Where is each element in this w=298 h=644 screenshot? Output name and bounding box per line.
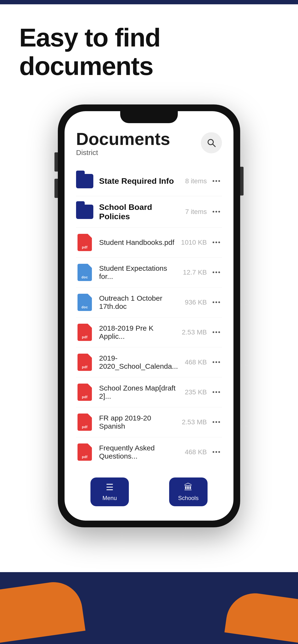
- more-button-file-2[interactable]: [211, 300, 222, 304]
- file-info-3: 2018-2019 Pre K Applic...: [99, 324, 178, 340]
- file-item-1[interactable]: doc Student Expectations for... 12.7 KB: [76, 258, 222, 288]
- file-name-4: 2019-2020_School_Calenda...: [99, 354, 178, 370]
- pdf-shape-0: pdf: [77, 234, 92, 251]
- file-item-3[interactable]: pdf 2018-2019 Pre K Applic... 2.53 MB: [76, 318, 222, 348]
- page-wrapper: Easy to find documents Documents Distric…: [0, 0, 298, 644]
- document-list: State Required Info 8 items: [76, 166, 222, 467]
- folder-item-school-board[interactable]: School Board Policies 7 items: [76, 196, 222, 228]
- folder-shape-2: [76, 204, 93, 219]
- side-button-volume-down: [54, 179, 58, 198]
- file-name-7: Frequently Asked Questions...: [99, 444, 155, 460]
- more-button-file-7[interactable]: [211, 450, 222, 454]
- screen-title-block: Documents District: [76, 130, 170, 157]
- schools-nav-button[interactable]: 🏛 Schools: [169, 478, 208, 506]
- doc-icon-1: doc: [76, 264, 93, 281]
- more-button-file-0[interactable]: [211, 240, 222, 244]
- dot-1: [213, 211, 214, 212]
- file-size-5: 235 KB: [185, 388, 207, 396]
- file-item-2[interactable]: doc Outreach 1 October 17th.doc 936 KB: [76, 288, 222, 318]
- dot-3: [218, 180, 220, 182]
- more-button-file-3[interactable]: [211, 330, 222, 334]
- bottom-section: [0, 572, 298, 644]
- pdf-shape-7: pdf: [77, 444, 92, 461]
- more-button-file-1[interactable]: [211, 270, 222, 274]
- file-info-6: FR app 2019-20 Spanish: [99, 414, 178, 430]
- more-button-school-folder[interactable]: [211, 210, 222, 214]
- file-item-5[interactable]: pdf School Zones Map[draft 2]... 235 KB: [76, 377, 222, 407]
- orange-decoration-left: [0, 578, 85, 644]
- file-info-4: 2019-2020_School_Calenda...: [99, 354, 181, 370]
- file-info-2: Outreach 1 October 17th.doc: [99, 294, 181, 310]
- pdf-icon-3: pdf: [76, 324, 93, 341]
- file-name-0: Student Handbooks.pdf: [99, 238, 175, 246]
- top-bar: [0, 0, 298, 4]
- schools-icon: 🏛: [184, 482, 193, 492]
- pdf-icon-4: pdf: [76, 354, 93, 371]
- doc-label-1: doc: [82, 275, 88, 279]
- pdf-label-3: pdf: [82, 335, 87, 339]
- pdf-icon-0: pdf: [76, 234, 93, 251]
- dot-2: [215, 180, 217, 182]
- folder-info-state: State Required Info: [99, 176, 181, 186]
- folder-icon-school: [76, 203, 93, 220]
- doc-shape-2: doc: [77, 294, 92, 311]
- orange-decoration-right: [224, 590, 298, 644]
- search-button[interactable]: [201, 132, 222, 153]
- folder-count-school: 7 items: [185, 208, 207, 216]
- more-button-state-folder[interactable]: [211, 179, 222, 183]
- phone-screen: Documents District: [65, 111, 233, 520]
- file-info-1: Student Expectations for...: [99, 264, 179, 280]
- file-size-7: 468 KB: [185, 448, 207, 456]
- file-size-2: 936 KB: [185, 298, 207, 306]
- file-info-5: School Zones Map[draft 2]...: [99, 384, 181, 400]
- svg-line-1: [213, 144, 215, 146]
- screen-header: Documents District: [76, 130, 222, 157]
- more-button-file-6[interactable]: [211, 420, 222, 424]
- menu-nav-button[interactable]: ☰ Menu: [90, 478, 129, 506]
- folder-count-state: 8 items: [185, 177, 207, 185]
- file-item-0[interactable]: pdf Student Handbooks.pdf 1010 KB: [76, 228, 222, 258]
- file-name-3: 2018-2019 Pre K Applic...: [99, 324, 154, 340]
- phone-notch: [120, 111, 178, 123]
- menu-icon: ☰: [106, 482, 113, 492]
- pdf-label-5: pdf: [82, 395, 87, 399]
- bottom-nav: ☰ Menu 🏛 Schools: [76, 472, 222, 511]
- hero-section: Easy to find documents: [0, 4, 298, 95]
- menu-label: Menu: [102, 495, 117, 502]
- file-size-4: 468 KB: [185, 358, 207, 366]
- more-button-file-4[interactable]: [211, 360, 222, 364]
- phone-frame: Documents District: [58, 104, 240, 527]
- schools-label: Schools: [178, 495, 198, 502]
- folder-info-school: School Board Policies: [99, 202, 181, 221]
- file-item-6[interactable]: pdf FR app 2019-20 Spanish 2.53 MB: [76, 407, 222, 437]
- file-name-5: School Zones Map[draft 2]...: [99, 384, 176, 400]
- search-icon: [207, 138, 216, 148]
- pdf-shape-4: pdf: [77, 354, 92, 371]
- file-info-7: Frequently Asked Questions...: [99, 444, 181, 460]
- file-size-1: 12.7 KB: [183, 268, 207, 276]
- folder-shape: [76, 174, 93, 188]
- file-name-2: Outreach 1 October 17th.doc: [99, 294, 162, 310]
- phone-scene: Documents District: [0, 95, 298, 572]
- dot-2: [215, 211, 217, 212]
- dot-1: [213, 180, 214, 182]
- file-size-6: 2.53 MB: [182, 418, 207, 426]
- pdf-shape-3: pdf: [77, 324, 92, 341]
- file-item-4[interactable]: pdf 2019-2020_School_Calenda... 468 KB: [76, 348, 222, 377]
- file-item-7[interactable]: pdf Frequently Asked Questions... 468 KB: [76, 437, 222, 467]
- screen-subtitle: District: [76, 148, 170, 157]
- dot-3: [218, 211, 220, 212]
- doc-icon-2: doc: [76, 294, 93, 311]
- pdf-shape-5: pdf: [77, 384, 92, 401]
- side-button-volume-up: [54, 152, 58, 172]
- folder-item-state-required[interactable]: State Required Info 8 items: [76, 166, 222, 196]
- more-button-file-5[interactable]: [211, 390, 222, 394]
- folder-name-state: State Required Info: [99, 176, 174, 186]
- pdf-label-7: pdf: [82, 455, 87, 459]
- pdf-icon-5: pdf: [76, 384, 93, 401]
- pdf-icon-7: pdf: [76, 444, 93, 461]
- doc-label-2: doc: [82, 305, 88, 309]
- screen-title: Documents: [76, 130, 170, 148]
- file-size-3: 2.53 MB: [182, 328, 207, 336]
- folder-name-school: School Board Policies: [99, 202, 152, 221]
